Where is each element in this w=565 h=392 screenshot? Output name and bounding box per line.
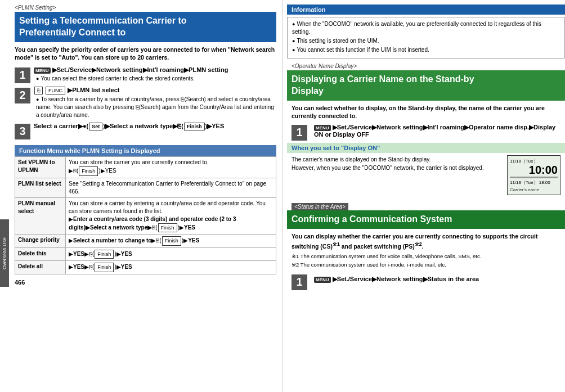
step-3-text: Select a carrier▶●(Set)▶Select a network… [34,123,224,129]
status-step-num: 1 [292,274,307,290]
status-intro: You can display whether the carrier you … [292,232,560,250]
phone-time: 10:00 [510,164,558,175]
display-on-text1: The carrier's name is displayed on the S… [292,155,503,164]
step-2-text: ▶PLMN list select [68,87,119,93]
menu-icon-status: MENU [314,277,331,283]
table-cell-content: You can store the carrier you are curren… [66,156,276,178]
status-section: You can display whether the carrier you … [287,232,565,290]
step-1: 1 MENU ▶Set./Service▶Network setting▶Int… [15,66,276,83]
right-panel: Information When the "DOCOMO" network is… [282,0,565,392]
info-item-3: You cannot set this function if the UIM … [292,46,560,54]
page-number: 466 [15,279,276,286]
information-content: When the "DOCOMO" network is available, … [287,17,565,58]
operator-step-num: 1 [292,125,307,141]
step-2-bullet: To search for a carrier by a name of cou… [36,96,276,119]
status-step-1: 1 MENU ▶Set./Service▶Network setting▶Sta… [292,273,560,290]
table-cell-content: ▶YES▶⎘(Finish)▶YES [66,247,276,261]
table-row: Delete all ▶YES▶⎘(Finish)▶YES [15,261,276,274]
operator-step-text: ▶Set./Service▶Network setting▶Int'l roam… [314,124,555,138]
table-cell-label: PLMN list select [15,178,66,197]
note2: ※2 The communication system used for i-m… [292,261,560,268]
operator-section-title: Displaying a Carrier Name on the Stand-b… [287,70,565,101]
status-tag: <Status in the Area> [292,203,348,210]
func-btn: ⎘ [34,87,43,94]
table-row: PLMN list select See "Setting a Telecomm… [15,178,276,197]
step-3-number: 3 [15,124,30,139]
table-cell-label: Delete all [15,261,66,274]
table-row: Set VPLMN to UPLMN You can store the car… [15,156,276,178]
operator-step-1: 1 MENU ▶Set./Service▶Network setting▶Int… [287,124,565,141]
menu-icon-1: MENU [34,67,51,74]
status-step-text: ▶Set./Service▶Network setting▶Status in … [333,276,479,282]
phone-date2: 11/18（Tue） 18:00 [510,179,558,186]
info-item-1: When the "DOCOMO" network is available, … [292,20,560,36]
table-row: Change priority ▶Select a number to chan… [15,235,276,248]
phone-mockup: 11/18（Tue） 10:00 11/18（Tue） 18:00 Carrie… [507,155,560,195]
table-cell-label: Delete this [15,247,66,261]
func-table: Set VPLMN to UPLMN You can store the car… [15,156,276,274]
left-section-title: Setting a Telecommunication Carrier to P… [15,12,276,42]
table-row: PLMN manual select You can store a carri… [15,197,276,235]
left-intro: You can specify the priority order of ca… [15,46,276,62]
func-table-header: Function Menu while PLMN Setting is Disp… [15,145,276,156]
step-2: 2 ⎘ FUNC ▶PLMN list select To search for… [15,87,276,119]
operator-tag: <Operator Name Display> [287,63,565,69]
carrier-label: Carrier's name [510,187,558,192]
left-panel: <PLMN Setting> Setting a Telecommunicati… [0,0,282,392]
table-cell-content: ▶YES▶⎘(Finish)▶YES [66,261,276,274]
menu-icon-right: MENU [314,125,331,131]
step-1-bullet: You can select the stored carrier to che… [36,75,276,83]
display-on-text2: However, when you use the "DOCOMO" netwo… [292,164,503,172]
table-cell-content: See "Setting a Telecommunication Carrier… [66,178,276,197]
step-2-number: 2 [15,88,30,103]
phone-bar [510,177,558,178]
display-on-header: When you set to "Display ON" [287,143,565,153]
note1: ※1 The communication system used for voi… [292,253,560,260]
table-cell-label: Set VPLMN to UPLMN [15,156,66,178]
step-3: 3 Select a carrier▶●(Set)▶Select a netwo… [15,123,276,139]
table-cell-label: Change priority [15,235,66,248]
sidebar-label: Overseas Use [0,219,9,287]
table-row: Delete this ▶YES▶⎘(Finish)▶YES [15,247,276,261]
information-header: Information [287,4,565,15]
table-cell-label: PLMN manual select [15,197,66,235]
operator-intro: You can select whether to display, on th… [287,104,565,120]
plmn-tag: <PLMN Setting> [15,4,276,11]
status-section-title: Confirming a Communication System [287,210,565,229]
display-on-content: The carrier's name is displayed on the S… [287,155,565,195]
func-label: FUNC [46,87,65,94]
table-cell-content: ▶Select a number to change to▶⎘(Finish)▶… [66,235,276,248]
table-cell-content: You can store a carrier by entering a co… [66,197,276,235]
step-1-text: ▶Set./Service▶Network setting▶Int'l roam… [52,66,228,73]
step-1-number: 1 [15,67,30,83]
info-item-2: This setting is stored on the UIM. [292,37,560,45]
